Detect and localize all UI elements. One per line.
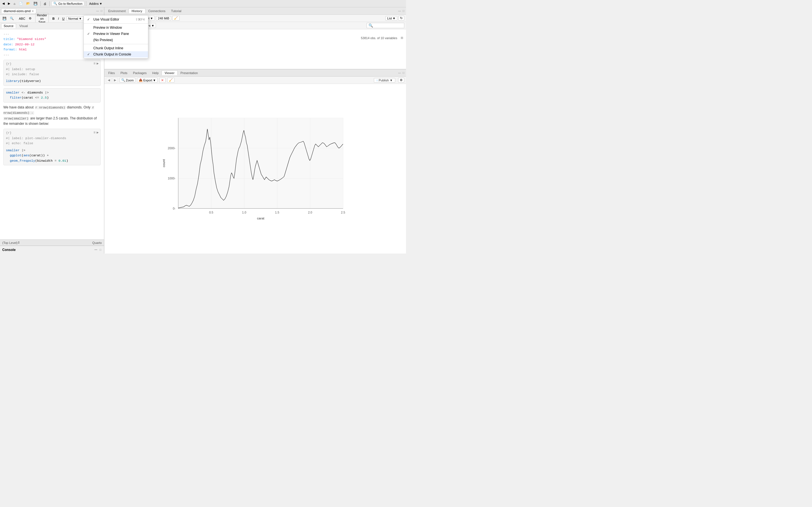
chunk2-comment1: #| label: plot-smaller-diamonds (6, 136, 98, 141)
console-minimize[interactable]: — (94, 248, 98, 251)
home-btn[interactable]: ⌂ (12, 2, 17, 6)
chunk-controls-1: ≡ ▶ (94, 61, 99, 66)
addins-btn[interactable]: Addins ▼ (88, 2, 103, 6)
chunk-settings-btn-2[interactable]: ≡ (94, 130, 96, 135)
menu-sep-1 (84, 23, 148, 24)
go-to-file-box[interactable]: 🔍 Go to file/function (51, 1, 85, 6)
forward-btn[interactable]: ▶ (7, 1, 11, 6)
format-selector[interactable]: Normal ▼ (66, 16, 84, 21)
chunk-header-1: {r} (6, 62, 98, 67)
frequency-polygon-chart: 0- 1000- 2000- 0.5 1.0 1.5 2.0 2.5 carat… (110, 115, 400, 222)
prev-plot-btn[interactable]: ◀ (106, 78, 112, 82)
tab-tutorial[interactable]: Tutorial (168, 9, 184, 13)
underline-btn[interactable]: U (61, 17, 66, 20)
clear-env-btn[interactable]: 🧹 (172, 16, 180, 20)
tab-plots[interactable]: Plots (117, 71, 130, 75)
clear-plots-btn[interactable]: 🧹 (167, 78, 174, 82)
addins-label: Addins (89, 2, 99, 5)
zoom-btn[interactable]: 🔍 Zoom (119, 78, 135, 82)
tab-environment[interactable]: Environment (105, 9, 129, 13)
chunk-settings-btn-1[interactable]: ≡ (94, 61, 96, 66)
menu-no-preview[interactable]: (No Preview) (84, 37, 148, 43)
bottom-minimize[interactable]: — (398, 71, 402, 75)
next-plot-btn[interactable]: ▶ (112, 78, 118, 82)
prose-part2: diamonds. Only (66, 105, 91, 109)
plot-area: 0- 1000- 2000- 0.5 1.0 1.5 2.0 2.5 carat… (104, 84, 406, 253)
back-btn[interactable]: ◀ (1, 1, 6, 6)
chunk1-comment2: #| include: false (6, 72, 98, 77)
file-type-label: Quarto (92, 241, 102, 244)
console-bar: Console — □ (0, 245, 104, 253)
spell-btn[interactable]: ABC (17, 17, 27, 20)
top-level-status: (Top Level) (2, 241, 17, 244)
menu-preview-viewer[interactable]: ✓ Preview in Viewer Pane (84, 31, 148, 37)
publish-arrow: ▼ (390, 78, 393, 82)
tab-packages[interactable]: Packages (130, 71, 149, 75)
chunk2-code2: ggplot(aes(carat)) + (6, 153, 98, 158)
data-grid-btn[interactable]: ⊞ (401, 36, 403, 40)
file-tab[interactable]: diamond-sizes.qmd ✕ (1, 8, 36, 13)
plot-tab-bar: Files Plots Packages Help Viewer Present… (104, 69, 406, 76)
print-btn[interactable]: 🖨 (42, 2, 48, 6)
viewer-settings-btn[interactable]: ⚙ (398, 78, 404, 82)
pane-controls: — □ (96, 9, 103, 13)
yaml-date-key: date: (3, 43, 15, 46)
menu-label-no-preview: (No Preview) (93, 38, 142, 42)
prose-part1: We have data about (3, 105, 35, 109)
data-row-smaller[interactable]: ● smaller 53814 obs. of 10 variables ⊞ (107, 36, 403, 40)
chunk-run-btn-1[interactable]: ▶ (97, 61, 99, 66)
maximize-btn[interactable]: □ (100, 9, 103, 13)
y-label-0: 0- (173, 207, 175, 210)
save-file-btn[interactable]: 💾 (1, 16, 8, 20)
tab-viewer[interactable]: Viewer (161, 70, 177, 75)
format-label: Normal (68, 17, 78, 20)
italic-btn[interactable]: I (57, 17, 60, 20)
env-search[interactable]: 🔍 (366, 23, 404, 28)
format-arrow: ▼ (79, 17, 82, 20)
tab-close-btn[interactable]: ✕ (32, 10, 34, 13)
check-chunk-console: ✓ (87, 52, 91, 56)
right-maximize[interactable]: □ (402, 9, 405, 13)
menu-label-preview-window: Preview in Window (93, 25, 142, 30)
right-tab-bar: Environment History Connections Tutorial… (104, 7, 406, 15)
right-minimize[interactable]: — (398, 9, 402, 13)
tab-presentation[interactable]: Presentation (177, 71, 201, 75)
env-search-input[interactable] (374, 24, 402, 27)
list-view-btn[interactable]: List ▼ (386, 16, 397, 20)
tab-history[interactable]: History (129, 8, 146, 13)
menu-use-visual-editor[interactable]: ✓ Use Visual Editor ⇧⌘F4 (84, 16, 148, 22)
menu-chunk-console[interactable]: ✓ Chunk Output in Console (84, 51, 148, 57)
tab-connections[interactable]: Connections (146, 9, 168, 13)
chunk-run-btn-2[interactable]: ▶ (97, 130, 99, 135)
menu-preview-window[interactable]: Preview in Window (84, 24, 148, 31)
bold-btn[interactable]: B (51, 17, 56, 20)
tab-help[interactable]: Help (149, 71, 161, 75)
save-btn[interactable]: 💾 (33, 1, 39, 6)
tab-source[interactable]: Source (1, 23, 16, 28)
delete-plot-btn[interactable]: ✕ (159, 78, 165, 83)
publish-btn[interactable]: ↑ Publish ▼ (374, 78, 395, 82)
bottom-maximize[interactable]: □ (402, 71, 405, 75)
console-maximize[interactable]: □ (99, 248, 102, 251)
env-arrow: ▼ (151, 24, 154, 27)
memory-label: 248 MiB (158, 17, 169, 20)
go-to-file-label: Go to file/function (58, 2, 83, 5)
compile-btn[interactable]: ⚙ (28, 16, 33, 20)
refresh-btn[interactable]: ↻ (398, 16, 404, 20)
new-script-btn[interactable]: 📄 (18, 1, 24, 6)
assign-line2: filter(carat <= 2.5) (6, 95, 98, 100)
yaml-format-value: html (19, 48, 27, 51)
minimize-btn[interactable]: — (96, 9, 100, 13)
find-btn[interactable]: 🔍 (8, 16, 15, 20)
menu-chunk-inline[interactable]: Chunk Output Inline (84, 45, 148, 51)
export-btn[interactable]: 📤 Export ▼ (137, 78, 158, 82)
chunk1-comment1: #| label: setup (6, 67, 98, 72)
tab-visual[interactable]: Visual (17, 24, 30, 28)
chunk-header-2: {r} (6, 131, 98, 136)
chunk2-comment2: #| echo: false (6, 141, 98, 146)
assign-line1: smaller <- diamonds |> (6, 90, 98, 95)
separator-3 (86, 1, 86, 6)
open-btn[interactable]: 📂 (25, 1, 31, 6)
zoom-label: Zoom (126, 78, 134, 82)
tab-files[interactable]: Files (105, 71, 117, 75)
